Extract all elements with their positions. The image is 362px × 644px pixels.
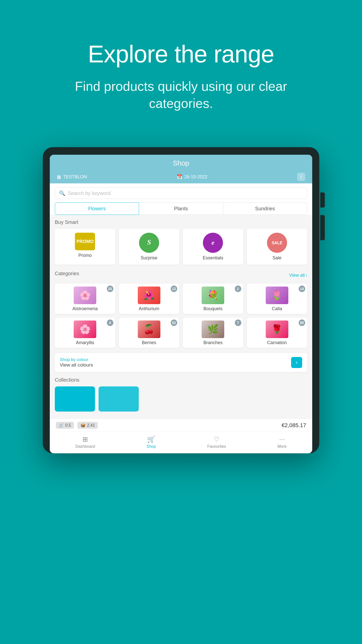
badge-carnation: 85 [299,319,305,326]
name-branches: Branches [185,340,241,345]
essentials-icon: e [203,233,223,253]
name-calla: Calla [249,306,305,311]
img-bouquets: 💐 [202,287,224,304]
img-branches: 🌿 [202,320,224,338]
cart-value-2: 2.41 [87,423,95,428]
name-anthurium: Anthurium [121,306,177,311]
calendar-icon: 📅 [177,174,182,180]
search-bar[interactable]: 🔍 Search by keyword [55,187,307,199]
tab-flowers[interactable]: Flowers [55,203,139,215]
hero-title: Explore the range [50,40,312,68]
bottom-total: €2,085.17 [282,422,306,429]
view-all-link[interactable]: View all › [289,273,307,278]
buy-smart-promo[interactable]: PROMO Promo [55,229,115,265]
surprise-label: Surprise [121,255,177,261]
name-alstroemeria: Alstroemeria [57,306,113,311]
tablet-wrapper: Shop ▦ TESTBLON 📅 26-10-2022 i 🔍 [43,147,319,453]
nav-more-label: More [277,444,286,449]
bottom-nav: ⊞ Dashboard 🛒 Shop ♡ Favourites ··· More [50,432,312,453]
sale-icon: SALE [267,233,287,253]
img-anthurium: 🌺 [138,287,160,304]
buy-smart-label: Buy Smart [55,219,307,225]
name-amaryllis: Amaryllis [57,340,113,345]
badge-amaryllis: 4 [107,319,113,326]
surprise-icon: S [139,233,159,253]
category-anthurium[interactable]: 12 🌺 Anthurium [119,284,179,314]
nav-dashboard[interactable]: ⊞ Dashboard [75,435,95,449]
badge-calla: 14 [299,286,305,292]
cart-icon-1: 🛒 [59,423,64,428]
svg-text:e: e [211,239,214,246]
badge-alstroemeria: 20 [107,286,113,292]
content-area: Buy Smart PROMO Promo S Surpris [50,215,312,419]
category-bouquets[interactable]: 2 💐 Bouquets [183,284,243,314]
app-meta-left: ▦ TESTBLON [57,174,87,180]
badge-berries: 52 [171,319,177,326]
categories-grid: 20 🌸 Alstroemeria 12 🌺 Anthurium 2 💐 Bou… [55,284,307,348]
nav-dashboard-label: Dashboard [75,444,95,449]
more-icon: ··· [279,435,285,443]
buy-smart-grid: PROMO Promo S Surprise [55,229,307,265]
date-value: 26-10-2022 [184,174,207,180]
bottom-bar-left: 🛒 0.5 📦 2.41 [56,422,98,429]
categories-header: Categories View all › [55,271,307,280]
shop-colour-text: Shop by colour View all colours [60,357,93,368]
sale-label: Sale [249,255,305,261]
collection-cards-row [55,386,307,412]
category-carnation[interactable]: 85 🌹 Carnation [247,317,307,348]
app-meta-bar: ▦ TESTBLON 📅 26-10-2022 i [56,170,306,183]
buy-smart-surprise[interactable]: S Surprise [119,229,179,265]
category-alstroemeria[interactable]: 20 🌸 Alstroemeria [55,284,115,314]
store-name: TESTBLON [63,174,87,180]
name-berries: Berries [121,340,177,345]
name-carnation: Carnation [249,340,305,345]
badge-branches: 7 [235,319,241,326]
tablet-frame: Shop ▦ TESTBLON 📅 26-10-2022 i 🔍 [43,147,319,453]
badge-anthurium: 12 [171,286,177,292]
app-title: Shop [56,159,306,167]
nav-shop-label: Shop [147,444,156,449]
app-meta-date: 📅 26-10-2022 [177,174,207,180]
collection-card-2[interactable] [99,386,139,412]
category-berries[interactable]: 52 🍒 Berries [119,317,179,348]
dashboard-icon: ⊞ [82,435,88,443]
shop-icon: 🛒 [147,435,155,443]
cart-badge-1[interactable]: 🛒 0.5 [56,422,74,429]
store-icon: ▦ [57,174,61,180]
buy-smart-essentials[interactable]: e Essentials [183,229,243,265]
badge-bouquets: 2 [235,286,241,292]
search-icon: 🔍 [59,190,65,196]
cart-badge-2[interactable]: 📦 2.41 [77,422,98,429]
shop-colour-section: Shop by colour View all colours › [55,353,307,372]
shop-colour-sublabel: View all colours [60,362,93,368]
app-header: Shop ▦ TESTBLON 📅 26-10-2022 i [50,155,312,183]
svg-text:SALE: SALE [272,241,282,245]
img-carnation: 🌹 [266,320,288,338]
search-placeholder[interactable]: Search by keyword [68,190,111,196]
img-berries: 🍒 [138,320,160,338]
category-branches[interactable]: 7 🌿 Branches [183,317,243,348]
view-all-text: View all [289,273,305,278]
tab-plants[interactable]: Plants [139,203,223,215]
nav-shop[interactable]: 🛒 Shop [147,435,156,449]
tab-sundries[interactable]: Sundries [223,203,307,215]
nav-favourites[interactable]: ♡ Favourites [207,435,226,449]
promo-label: Promo [57,253,113,258]
nav-more[interactable]: ··· More [277,435,286,449]
essentials-label: Essentials [185,255,241,261]
shop-colour-label: Shop by colour [60,357,93,362]
tabs-row: Flowers Plants Sundries [50,199,312,215]
tablet-screen: Shop ▦ TESTBLON 📅 26-10-2022 i 🔍 [50,155,312,453]
promo-icon: PROMO [75,233,95,250]
buy-smart-sale[interactable]: SALE Sale [247,229,307,265]
collection-card-1[interactable] [55,386,95,412]
view-all-chevron: › [306,273,307,278]
colour-arrow-button[interactable]: › [291,357,302,368]
category-amaryllis[interactable]: 4 🌸 Amaryllis [55,317,115,348]
name-bouquets: Bouquets [185,306,241,311]
categories-label: Categories [55,271,79,276]
svg-text:S: S [147,238,151,246]
img-amaryllis: 🌸 [74,320,96,338]
info-button[interactable]: i [297,173,305,181]
category-calla[interactable]: 14 🌷 Calla [247,284,307,314]
